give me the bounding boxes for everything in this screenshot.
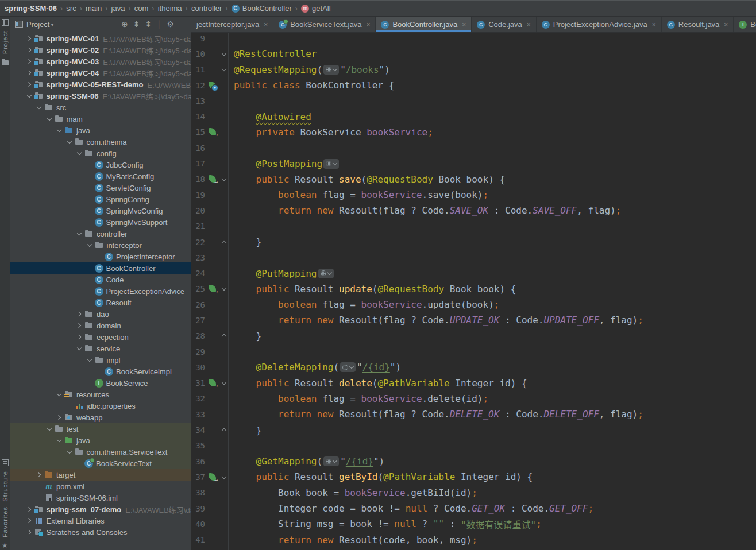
chevron-right-icon[interactable] [74,321,84,330]
chevron-down-icon[interactable] [74,149,84,158]
fold-marker[interactable] [220,62,228,78]
tree-row-Resoult[interactable]: CResoult [10,297,191,308]
spring-bean-icon[interactable]: → [209,473,216,481]
chevron-right-icon[interactable] [24,34,34,43]
tree-row-Code[interactable]: CCode [10,274,191,285]
breadcrumb-item-main[interactable]: main [86,4,102,13]
tree-row-SpringMvcConfig[interactable]: CSpringMvcConfig [10,205,191,216]
breadcrumb-item-com[interactable]: com [134,4,149,13]
tree-row-config[interactable]: config [10,148,191,159]
chevron-right-icon[interactable] [24,505,34,514]
chevron-right-icon[interactable] [24,45,34,55]
url-inlay-hint[interactable] [318,269,334,278]
fold-marker[interactable] [220,46,228,61]
close-icon[interactable]: × [527,21,531,29]
code-editor[interactable]: 910@RestController11@RequestMapping("/bo… [191,33,756,550]
tree-row-controller[interactable]: controller [10,228,191,239]
favorites-star-icon[interactable]: ★ [2,542,8,549]
chevron-down-icon[interactable] [64,447,75,456]
tree-row-BookController[interactable]: CBookController [10,262,191,274]
close-icon[interactable]: × [652,21,656,29]
stripe-label-favorites[interactable]: Favorites [2,506,9,537]
fold-marker[interactable] [220,548,228,550]
tab-BookSe[interactable]: IBookSe [734,17,756,32]
chevron-right-icon[interactable] [34,470,44,479]
tree-row-spring-MVC-03[interactable]: spring-MVC-03E:\JAVAWEB练习\day5~day14课 [10,56,191,67]
tree-row-spring-MVC-04[interactable]: spring-MVC-04E:\JAVAWEB练习\day5~day14课 [10,67,191,79]
breadcrumb-item-controller[interactable]: controller [191,4,222,13]
chevron-down-icon[interactable] [74,229,84,238]
chevron-right-icon[interactable] [24,57,34,66]
tab-Code.java[interactable]: CCode.java× [472,17,537,32]
chevron-down-icon[interactable] [84,241,95,250]
chevron-down-icon[interactable] [74,344,84,353]
tree-row-target[interactable]: target [10,469,191,481]
tree-row-impl[interactable]: impl [10,354,191,366]
tree-row-spring-SSM-06.iml[interactable]: spring-SSM-06.iml [10,492,191,503]
project-view-icon[interactable] [15,21,23,28]
tab-Resoult.java[interactable]: CResoult.java× [662,17,734,32]
tree-row-com.itheima[interactable]: com.itheima [10,136,191,148]
tree-row-spring-MVC-01[interactable]: spring-MVC-01E:\JAVAWEB练习\day5~day14课 [10,33,191,44]
tree-row-dao[interactable]: dao [10,308,191,320]
chevron-down-icon[interactable] [64,137,75,146]
folder-stripe-icon[interactable] [2,60,9,65]
project-tool-icon[interactable] [2,19,9,26]
close-icon[interactable]: × [264,21,268,29]
structure-icon[interactable] [2,459,9,466]
chevron-down-icon[interactable] [24,91,34,100]
collapse-all-icon[interactable]: ⇞ [145,20,152,29]
chevron-down-icon[interactable] [44,424,55,433]
tree-row-JdbcConfig[interactable]: CJdbcConfig [10,159,191,171]
fold-marker[interactable] [220,375,228,391]
tree-row-service[interactable]: service [10,343,191,354]
close-icon[interactable]: × [366,21,370,29]
tree-row-SpringConfig[interactable]: CSpringConfig [10,193,191,205]
breadcrumb-item-itheima[interactable]: itheima [158,4,182,13]
chevron-right-icon[interactable] [24,68,34,78]
tree-row-spring-SSM-06[interactable]: spring-SSM-06E:\JAVAWEB练习\day5~day14课 [10,90,191,102]
chevron-down-icon[interactable] [54,126,64,135]
tree-row-SpringMvcSupport[interactable]: CSpringMvcSupport [10,216,191,228]
tree-row-com.itheima.ServiceText[interactable]: com.itheima.ServiceText [10,446,191,458]
project-panel-title[interactable]: Project [26,20,49,29]
tree-row-src[interactable]: src [10,102,191,113]
close-icon[interactable]: × [724,21,728,29]
tree-row-ServletConfig[interactable]: CServletConfig [10,182,191,193]
tree-row-webapp[interactable]: webapp [10,412,191,423]
url-inlay-hint[interactable] [340,362,356,372]
tree-row-ProjectInterceptor[interactable]: CProjectInterceptor [10,251,191,262]
tree-row-java[interactable]: java [10,435,191,446]
tree-row-External Libraries[interactable]: External Libraries [10,515,191,526]
fold-marker[interactable] [220,234,228,250]
spring-bean-icon[interactable]: → [209,285,216,292]
breadcrumb-item-getAll[interactable]: mgetAll [301,4,331,13]
tree-row-Scratches and Consoles[interactable]: Scratches and Consoles [10,526,191,538]
chevron-down-icon[interactable] [34,103,44,112]
url-inlay-hint[interactable] [323,65,339,75]
tab-jectInterceptor.java[interactable]: jectInterceptor.java× [191,17,273,32]
tree-row-test[interactable]: test [10,423,191,435]
tab-BookController.java[interactable]: CBookController.java× [376,17,472,32]
tree-row-BookServiceimpl[interactable]: CBookServiceimpl [10,366,191,377]
tree-row-ProjectExceptionAdvice[interactable]: CProjectExceptionAdvice [10,285,191,297]
spring-bean-icon[interactable]: → [209,128,216,135]
tree-row-MyBatisConfig[interactable]: CMyBatisConfig [10,171,191,182]
tree-row-main[interactable]: main [10,113,191,125]
breadcrumb-item-java[interactable]: java [111,4,125,13]
spring-bean-icon[interactable]: ▾ [209,82,216,89]
url-inlay-hint[interactable] [323,456,339,466]
tree-row-interceptor[interactable]: interceptor [10,239,191,251]
tree-row-jdbc.properties[interactable]: jdbc.properties [10,400,191,412]
chevron-right-icon[interactable] [24,516,34,525]
url-inlay-hint[interactable] [323,159,339,169]
tree-row-BookService[interactable]: IBookService [10,377,191,389]
tree-row-BookServiceText[interactable]: CBookServiceText [10,458,191,469]
fold-marker[interactable] [220,469,228,485]
chevron-down-icon[interactable] [44,114,55,123]
fold-marker[interactable] [220,172,228,187]
fold-marker[interactable] [220,328,228,344]
tree-row-spring-MVC-02[interactable]: spring-MVC-02E:\JAVAWEB练习\day5~day14课 [10,44,191,56]
tab-ProjectExceptionAdvice.java[interactable]: CProjectExceptionAdvice.java× [537,17,662,32]
hide-icon[interactable]: — [179,20,187,29]
